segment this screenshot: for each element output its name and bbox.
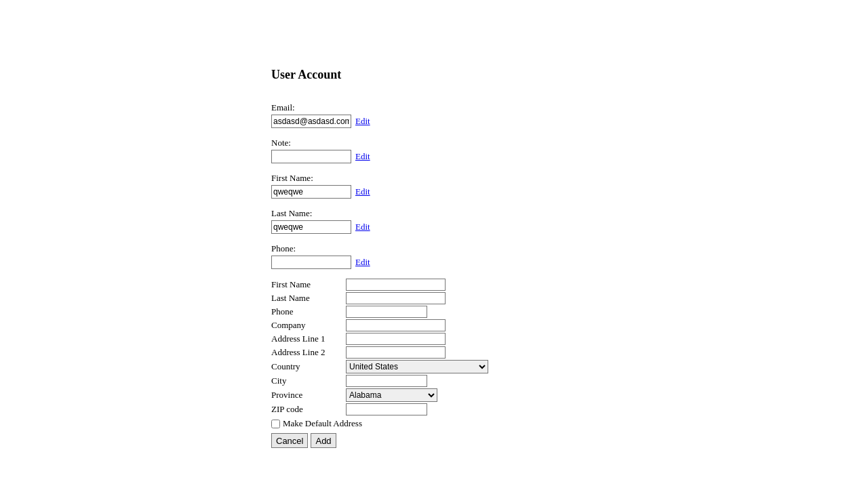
last-name-label: Last Name:: [271, 208, 597, 219]
email-input[interactable]: [271, 115, 351, 128]
addr-city-row: City: [271, 375, 597, 387]
page-title: User Account: [271, 68, 597, 82]
addr-address2-row: Address Line 2: [271, 346, 597, 359]
form-buttons: Cancel Add: [271, 433, 597, 448]
addr-company-row: Company: [271, 319, 597, 331]
address-form: First Name Last Name Phone Company Addre…: [271, 279, 597, 448]
email-edit-link[interactable]: Edit: [355, 116, 370, 127]
email-label: Email:: [271, 102, 597, 113]
phone-edit-link[interactable]: Edit: [355, 257, 370, 268]
note-group: Note: Edit: [271, 138, 597, 163]
addr-address1-label: Address Line 1: [271, 333, 346, 344]
first-name-group: First Name: Edit: [271, 173, 597, 199]
addr-first-name-label: First Name: [271, 279, 346, 290]
phone-label: Phone:: [271, 243, 597, 254]
make-default-row: Make Default Address: [271, 418, 597, 429]
note-input[interactable]: [271, 150, 351, 163]
addr-city-input[interactable]: [346, 375, 427, 387]
addr-address1-row: Address Line 1: [271, 333, 597, 345]
addr-company-input[interactable]: [346, 319, 446, 331]
addr-phone-row: Phone: [271, 306, 597, 318]
last-name-input[interactable]: [271, 220, 351, 234]
addr-company-label: Company: [271, 320, 346, 331]
addr-address2-label: Address Line 2: [271, 347, 346, 358]
addr-country-label: Country: [271, 361, 346, 372]
make-default-label: Make Default Address: [283, 418, 362, 429]
addr-province-row: Province Alabama Alaska Arizona Arkansas…: [271, 388, 597, 402]
make-default-checkbox[interactable]: [271, 420, 280, 428]
phone-group: Phone: Edit: [271, 243, 597, 269]
addr-country-row: Country United States Canada United King…: [271, 360, 597, 373]
note-edit-link[interactable]: Edit: [355, 151, 370, 162]
addr-country-select[interactable]: United States Canada United Kingdom Aust…: [346, 360, 488, 373]
phone-input[interactable]: [271, 256, 351, 269]
add-button[interactable]: Add: [311, 433, 336, 448]
addr-zip-row: ZIP code: [271, 403, 597, 415]
addr-last-name-row: Last Name: [271, 292, 597, 304]
last-name-edit-link[interactable]: Edit: [355, 222, 370, 232]
cancel-button[interactable]: Cancel: [271, 433, 308, 448]
addr-address2-input[interactable]: [346, 346, 446, 359]
addr-phone-input[interactable]: [346, 306, 427, 318]
first-name-edit-link[interactable]: Edit: [355, 186, 370, 197]
addr-zip-input[interactable]: [346, 403, 427, 415]
addr-phone-label: Phone: [271, 306, 346, 317]
addr-first-name-row: First Name: [271, 279, 597, 291]
addr-address1-input[interactable]: [346, 333, 446, 345]
note-label: Note:: [271, 138, 597, 148]
addr-zip-label: ZIP code: [271, 404, 346, 415]
addr-first-name-input[interactable]: [346, 279, 446, 291]
first-name-label: First Name:: [271, 173, 597, 184]
email-group: Email: Edit: [271, 102, 597, 128]
addr-province-select[interactable]: Alabama Alaska Arizona Arkansas Californ…: [346, 388, 437, 402]
first-name-input[interactable]: [271, 185, 351, 199]
last-name-group: Last Name: Edit: [271, 208, 597, 234]
addr-city-label: City: [271, 375, 346, 386]
addr-last-name-label: Last Name: [271, 293, 346, 304]
addr-province-label: Province: [271, 390, 346, 401]
addr-last-name-input[interactable]: [346, 292, 446, 304]
